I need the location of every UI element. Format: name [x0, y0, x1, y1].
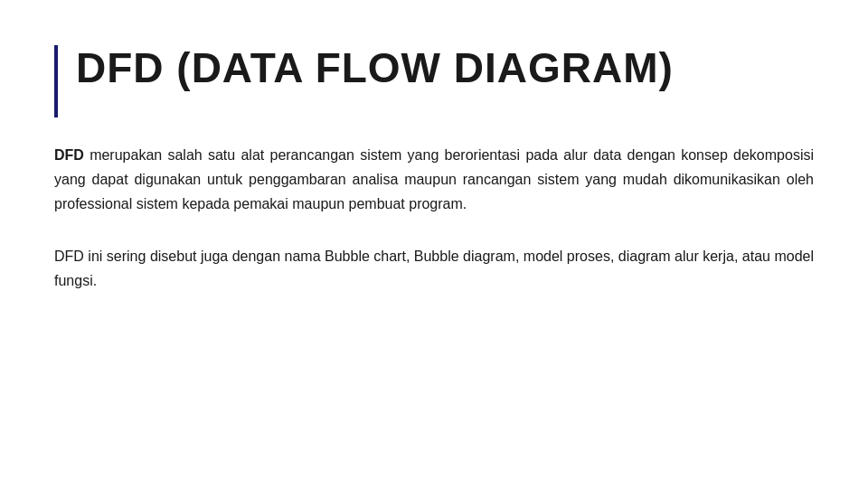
content-section: DFD merupakan salah satu alat perancanga… — [54, 143, 814, 293]
paragraph-1-rest: merupakan salah satu alat perancangan si… — [54, 147, 814, 211]
title-accent-bar — [54, 45, 58, 117]
paragraph-1: DFD merupakan salah satu alat perancanga… — [54, 143, 814, 217]
title-section: DFD (DATA FLOW DIAGRAM) — [54, 36, 814, 117]
slide-title: DFD (DATA FLOW DIAGRAM) — [76, 45, 674, 91]
slide-container: DFD (DATA FLOW DIAGRAM) DFD merupakan sa… — [0, 0, 868, 488]
paragraph-2: DFD ini sering disebut juga dengan nama … — [54, 244, 814, 293]
paragraph-1-bold: DFD — [54, 147, 84, 163]
